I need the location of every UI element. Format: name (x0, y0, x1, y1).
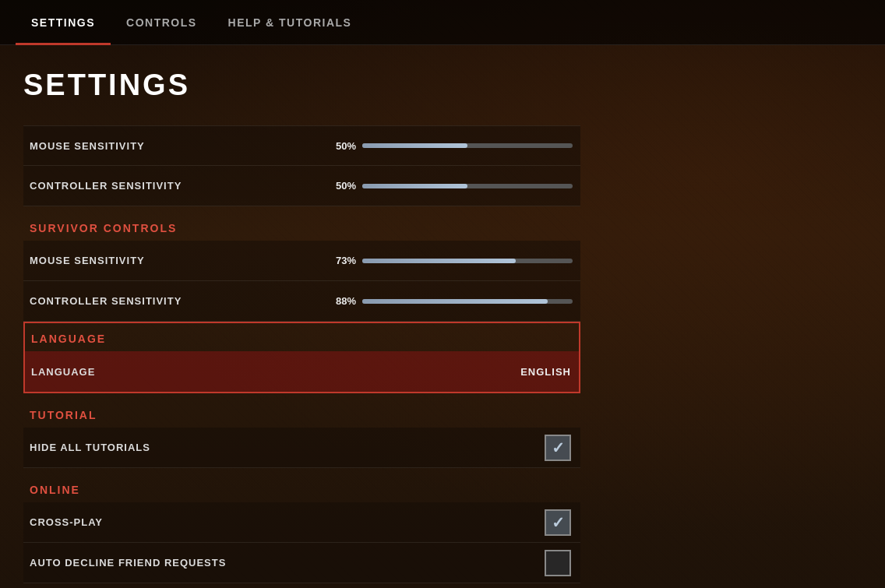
mouse-sensitivity-value: 50% (325, 140, 356, 152)
mouse-sensitivity-label: MOUSE SENSITIVITY (30, 140, 325, 152)
hide-tutorials-row: HIDE ALL TUTORIALS (23, 428, 580, 468)
language-label: LANGUAGE (31, 366, 520, 378)
online-section-header: ONLINE (23, 468, 580, 502)
auto-decline-label: AUTO DECLINE FRIEND REQUESTS (30, 557, 543, 569)
nav-label-settings: SETTINGS (31, 16, 95, 29)
mouse-sensitivity-slider[interactable]: 50% (325, 140, 573, 152)
auto-decline-row: AUTO DECLINE FRIEND REQUESTS (23, 543, 580, 583)
nav-label-help: HELP & TUTORIALS (228, 16, 352, 29)
auto-decline-checkbox[interactable] (543, 548, 573, 578)
controller-sensitivity-track[interactable] (362, 184, 573, 188)
hide-tutorials-label: HIDE ALL TUTORIALS (30, 442, 543, 453)
hide-tutorials-check-mark (545, 435, 571, 461)
top-navigation: SETTINGS CONTROLS HELP & TUTORIALS (0, 0, 885, 45)
page-title: SETTINGS (23, 69, 580, 102)
controller-sensitivity-fill (362, 184, 467, 188)
mouse-sensitivity-track[interactable] (362, 143, 573, 148)
survivor-controller-label: CONTROLLER SENSITIVITY (30, 295, 325, 307)
language-section: LANGUAGE LANGUAGE ENGLISH (23, 322, 580, 393)
nav-label-controls: CONTROLS (126, 16, 197, 29)
language-value: ENGLISH (520, 366, 571, 378)
controller-sensitivity-row: CONTROLLER SENSITIVITY 50% (23, 166, 580, 206)
mouse-sensitivity-row: MOUSE SENSITIVITY 50% (23, 125, 580, 166)
controller-sensitivity-value: 50% (325, 180, 356, 192)
nav-item-help[interactable]: HELP & TUTORIALS (213, 0, 368, 45)
controller-sensitivity-label: CONTROLLER SENSITIVITY (30, 180, 325, 192)
controller-sensitivity-slider[interactable]: 50% (325, 180, 573, 192)
survivor-mouse-fill (362, 259, 516, 263)
main-area: SETTINGS MOUSE SENSITIVITY 50% CONTROLLE… (0, 45, 885, 588)
survivor-mouse-track[interactable] (362, 259, 573, 263)
survivor-mouse-label: MOUSE SENSITIVITY (30, 255, 325, 266)
cross-play-row: CROSS-PLAY (23, 502, 580, 543)
survivor-mouse-value: 73% (325, 255, 356, 266)
tutorial-section-header: TUTORIAL (23, 393, 580, 428)
hide-tutorials-checkbox[interactable] (543, 433, 573, 463)
survivor-controller-slider[interactable]: 88% (325, 295, 573, 307)
right-area: ▲ ENGLISH ESPAÑOL ESPAÑOL (MÉXICO) (580, 45, 885, 588)
mouse-sensitivity-fill (362, 143, 467, 148)
survivor-controller-fill (362, 299, 548, 304)
survivor-controls-header: SURVIVOR CONTROLS (23, 206, 580, 241)
nav-item-controls[interactable]: CONTROLS (111, 0, 213, 45)
survivor-mouse-slider[interactable]: 73% (325, 255, 573, 266)
settings-panel: SETTINGS MOUSE SENSITIVITY 50% CONTROLLE… (0, 45, 580, 588)
survivor-controller-row: CONTROLLER SENSITIVITY 88% (23, 281, 580, 322)
survivor-controller-track[interactable] (362, 299, 573, 304)
survivor-controller-value: 88% (325, 295, 356, 307)
language-row[interactable]: LANGUAGE ENGLISH (25, 351, 579, 392)
cross-play-checkbox[interactable] (543, 508, 573, 537)
cross-play-check-mark (545, 509, 571, 536)
nav-item-settings[interactable]: SETTINGS (16, 0, 111, 45)
survivor-mouse-sensitivity-row: MOUSE SENSITIVITY 73% (23, 241, 580, 281)
auto-decline-check-mark (545, 550, 571, 576)
cross-play-label: CROSS-PLAY (30, 516, 543, 528)
language-section-header: LANGUAGE (25, 323, 579, 351)
